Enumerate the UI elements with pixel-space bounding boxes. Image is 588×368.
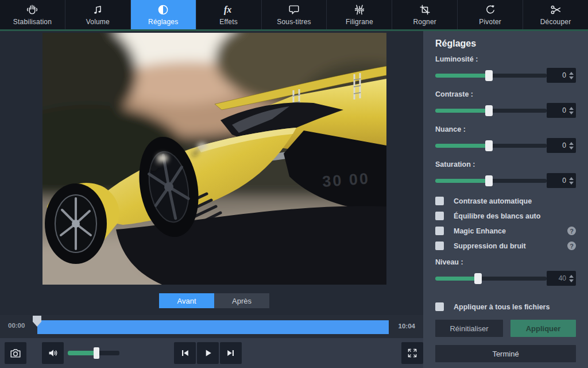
hue-group: Nuance : 0 <box>435 125 576 153</box>
svg-text:fx: fx <box>224 5 231 15</box>
level-slider[interactable] <box>435 277 547 281</box>
contrast-group: Contraste : 0 <box>435 90 576 118</box>
help-icon[interactable]: ? <box>567 241 576 250</box>
seek-progress <box>37 320 389 334</box>
scissors-icon <box>550 3 562 16</box>
white-balance-checkbox[interactable] <box>435 212 444 220</box>
magic-enhance-label: Magic Enhance <box>454 227 506 235</box>
tab-label: Stabilisation <box>13 18 52 26</box>
crop-icon <box>419 3 431 16</box>
saturation-thumb[interactable] <box>485 175 493 186</box>
tab-label: Sous-titres <box>277 18 311 26</box>
tab-label: Volume <box>86 18 110 26</box>
music-note-icon <box>91 3 104 16</box>
level-value: 40 <box>559 274 566 282</box>
level-label: Niveau : <box>435 258 576 266</box>
apply-all-checkbox[interactable] <box>435 302 444 311</box>
done-button[interactable]: Terminé <box>435 345 576 362</box>
hue-value-box[interactable]: 0 <box>547 138 576 153</box>
video-preview-frame: 30 00 <box>42 33 386 285</box>
snapshot-button[interactable] <box>5 342 26 364</box>
magic-enhance-checkbox[interactable] <box>435 227 444 235</box>
noise-removal-label: Suppression du bruit <box>454 242 526 250</box>
play-button[interactable] <box>197 342 219 364</box>
volume-slider[interactable] <box>68 351 119 355</box>
contrast-slider[interactable] <box>435 109 547 113</box>
brightness-thumb[interactable] <box>485 70 493 81</box>
tab-decouper[interactable]: Découper <box>523 0 588 29</box>
level-thumb[interactable] <box>474 273 482 284</box>
contrast-value: 0 <box>562 106 566 114</box>
video-editor-window: Stabilisation Volume Réglages fx Effets … <box>0 0 588 368</box>
after-button[interactable]: Après <box>214 293 269 308</box>
volume-thumb[interactable] <box>94 347 99 359</box>
auto-contrast-row: Contraste automatique <box>435 197 576 205</box>
magic-enhance-row: Magic Enhance ? <box>435 227 576 235</box>
tool-tabbar: Stabilisation Volume Réglages fx Effets … <box>0 0 588 29</box>
tab-label: Pivoter <box>479 18 501 26</box>
contrast-label: Contraste : <box>435 90 576 98</box>
tab-label: Réglages <box>148 18 178 26</box>
level-value-box[interactable]: 40 <box>547 271 576 286</box>
previous-frame-button[interactable] <box>174 342 196 364</box>
hue-slider[interactable] <box>435 144 547 148</box>
camera-icon <box>9 347 22 359</box>
saturation-label: Saturation : <box>435 160 576 168</box>
saturation-value-box[interactable]: 0 <box>547 173 576 188</box>
fullscreen-icon <box>407 347 418 359</box>
car-decal-text: 30 00 <box>322 170 370 190</box>
skip-forward-icon <box>225 347 237 359</box>
panel-footer: Appliquer à tous les fichiers Réinitiali… <box>435 302 576 362</box>
hue-thumb[interactable] <box>485 140 493 151</box>
before-after-toggle: Avant Après <box>159 293 269 308</box>
tab-filigrane[interactable]: Filigrane <box>326 0 392 29</box>
adjustments-panel: Réglages Luminosité : 0 Contraste : <box>423 31 588 368</box>
noise-removal-checkbox[interactable] <box>435 241 444 250</box>
saturation-value: 0 <box>562 177 566 185</box>
spinner-arrows-icon[interactable] <box>569 142 574 150</box>
level-group: Niveau : 40 <box>435 258 576 286</box>
white-balance-row: Équilibre des blancs auto <box>435 212 576 220</box>
spinner-arrows-icon[interactable] <box>569 72 574 79</box>
help-icon[interactable]: ? <box>567 227 576 235</box>
tab-label: Effets <box>219 18 238 26</box>
seek-timeline: 00:00 10:04 <box>0 315 423 338</box>
spinner-arrows-icon[interactable] <box>569 275 574 282</box>
fullscreen-button[interactable] <box>401 342 423 364</box>
tab-reglages[interactable]: Réglages <box>130 0 196 29</box>
panel-title: Réglages <box>435 39 576 49</box>
tab-volume[interactable]: Volume <box>65 0 130 29</box>
speaker-icon <box>47 347 59 359</box>
brightness-value-box[interactable]: 0 <box>547 68 576 83</box>
spinner-arrows-icon[interactable] <box>569 107 574 114</box>
preview-area: 30 00 <box>0 31 423 368</box>
noise-removal-row: Suppression du bruit ? <box>435 241 576 250</box>
tab-pivoter[interactable]: Pivoter <box>457 0 523 29</box>
before-button[interactable]: Avant <box>159 293 214 308</box>
mute-button[interactable] <box>42 342 64 364</box>
reset-button[interactable]: Réinitialiser <box>435 320 503 337</box>
tab-sous-titres[interactable]: Sous-titres <box>261 0 327 29</box>
apply-all-row: Appliquer à tous les fichiers <box>435 302 576 311</box>
auto-contrast-checkbox[interactable] <box>435 197 444 205</box>
saturation-slider[interactable] <box>435 179 547 183</box>
seek-track[interactable] <box>37 320 389 334</box>
spinner-arrows-icon[interactable] <box>569 177 574 185</box>
brightness-slider[interactable] <box>435 74 547 78</box>
contrast-value-box[interactable]: 0 <box>547 103 576 118</box>
next-frame-button[interactable] <box>220 342 242 364</box>
tab-label: Rogner <box>413 18 437 26</box>
volume-fill <box>68 351 96 355</box>
hue-value: 0 <box>562 141 566 150</box>
playhead-marker[interactable] <box>33 316 41 327</box>
tab-effets[interactable]: fx Effets <box>196 0 261 29</box>
speech-bubble-icon <box>288 3 300 16</box>
brightness-label: Luminosité : <box>435 55 576 63</box>
total-time: 10:04 <box>399 323 415 329</box>
fx-icon: fx <box>222 3 235 16</box>
tab-stabilisation[interactable]: Stabilisation <box>0 0 65 29</box>
contrast-thumb[interactable] <box>485 105 493 116</box>
tab-rogner[interactable]: Rogner <box>392 0 457 29</box>
apply-button[interactable]: Appliquer <box>510 320 576 337</box>
contrast-icon <box>157 3 169 16</box>
